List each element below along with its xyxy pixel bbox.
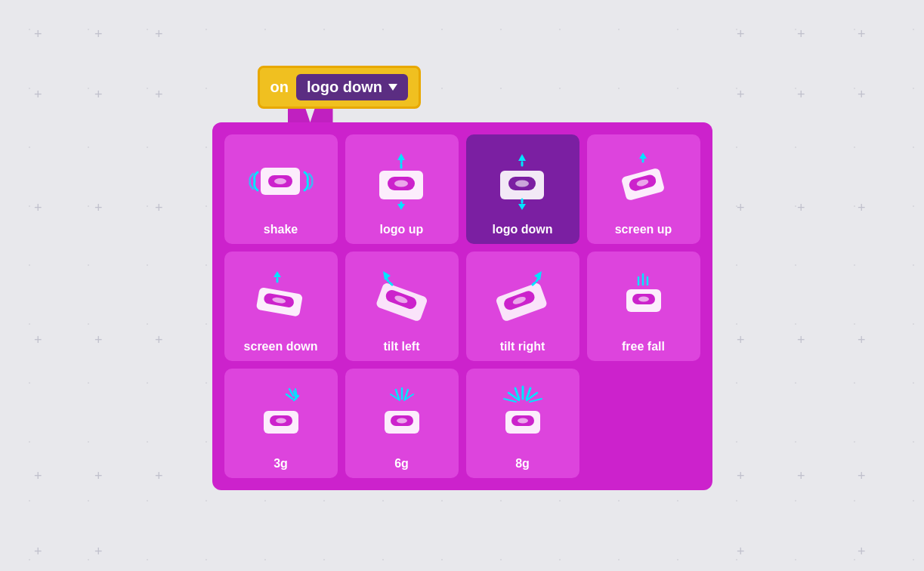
- grid-item-logo-up[interactable]: logo up: [345, 134, 459, 244]
- grid-item-6g[interactable]: 6g: [345, 369, 459, 478]
- bg-plus: +: [737, 332, 745, 348]
- svg-line-47: [286, 394, 292, 399]
- bg-plus: +: [34, 332, 42, 348]
- bg-plus: +: [94, 332, 103, 348]
- svg-line-66: [530, 399, 542, 402]
- bg-plus: +: [155, 200, 163, 216]
- bg-plus: +: [94, 26, 103, 42]
- grid-item-empty: [587, 369, 700, 478]
- 8g-icon: [472, 378, 573, 453]
- bg-plus: +: [34, 87, 42, 103]
- bg-plus: +: [797, 332, 805, 348]
- bg-plus: +: [34, 468, 42, 484]
- dropdown-label: logo down: [307, 79, 382, 96]
- bg-plus: +: [858, 26, 866, 42]
- grid-item-free-fall[interactable]: free fall: [587, 252, 700, 361]
- tilt-right-label: tilt right: [500, 339, 545, 353]
- grid-item-shake[interactable]: shake: [224, 134, 338, 244]
- tilt-left-label: tilt left: [384, 339, 420, 353]
- 6g-icon: [351, 378, 453, 453]
- bg-plus: +: [737, 544, 745, 560]
- shake-icon: [230, 144, 332, 219]
- free-fall-icon: [593, 261, 694, 336]
- svg-point-2: [274, 178, 286, 184]
- bg-plus: +: [34, 200, 42, 216]
- notch-connector: [288, 109, 333, 122]
- tilt-left-icon: [351, 261, 453, 336]
- 8g-label: 8g: [515, 456, 530, 471]
- main-container: on logo down: [212, 66, 712, 490]
- dropdown-button[interactable]: logo down: [296, 74, 408, 100]
- bg-plus: +: [34, 544, 42, 560]
- bg-plus: +: [737, 26, 745, 42]
- logo-down-icon: [472, 144, 573, 219]
- bg-plus: +: [94, 544, 103, 560]
- svg-line-45: [289, 389, 293, 396]
- screen-up-icon: [593, 144, 694, 219]
- bg-plus: +: [155, 87, 163, 103]
- svg-point-37: [638, 296, 649, 301]
- bg-plus: +: [155, 332, 163, 348]
- svg-marker-7: [397, 153, 405, 160]
- svg-point-5: [394, 180, 408, 187]
- on-label: on: [270, 79, 289, 96]
- bg-plus: +: [858, 468, 866, 484]
- grid-item-screen-down[interactable]: screen down: [224, 252, 338, 361]
- bg-plus: +: [737, 87, 745, 103]
- svg-line-65: [504, 399, 516, 402]
- svg-marker-26: [273, 271, 281, 277]
- bg-plus: +: [94, 468, 103, 484]
- svg-point-51: [397, 418, 407, 423]
- 3g-label: 3g: [273, 456, 288, 471]
- tilt-right-icon: [472, 261, 573, 336]
- bg-plus: +: [858, 332, 866, 348]
- screen-up-label: screen up: [615, 222, 672, 236]
- bg-plus: +: [94, 87, 103, 103]
- bg-plus: +: [737, 468, 745, 484]
- grid-item-3g[interactable]: 3g: [224, 369, 338, 478]
- grid-item-8g[interactable]: 8g: [466, 369, 579, 478]
- dropdown-arrow-icon: [388, 84, 397, 91]
- svg-point-43: [276, 418, 286, 423]
- bg-plus: +: [797, 26, 805, 42]
- bg-plus: +: [858, 544, 866, 560]
- bg-plus: +: [94, 200, 103, 216]
- grid-item-tilt-right[interactable]: tilt right: [466, 252, 579, 361]
- bg-plus: +: [155, 26, 163, 42]
- bg-plus: +: [797, 468, 805, 484]
- shake-label: shake: [264, 222, 298, 236]
- svg-point-12: [515, 180, 529, 187]
- bg-plus: +: [858, 87, 866, 103]
- gesture-grid-panel: shake logo up: [212, 122, 712, 490]
- bg-plus: +: [797, 87, 805, 103]
- svg-marker-16: [518, 204, 526, 210]
- 6g-label: 6g: [394, 456, 409, 471]
- grid-item-logo-down[interactable]: logo down: [466, 134, 579, 244]
- svg-point-59: [518, 418, 528, 423]
- logo-down-label: logo down: [493, 222, 553, 236]
- bg-plus: +: [34, 26, 42, 42]
- bg-plus: +: [155, 468, 163, 484]
- free-fall-label: free fall: [622, 339, 665, 353]
- bg-plus: +: [858, 200, 866, 216]
- 3g-icon: [230, 378, 332, 453]
- logo-up-label: logo up: [380, 222, 424, 236]
- svg-marker-21: [639, 153, 647, 159]
- screen-down-icon: [230, 261, 332, 336]
- svg-marker-9: [397, 204, 405, 210]
- grid-item-screen-up[interactable]: screen up: [587, 134, 700, 244]
- bg-plus: +: [737, 200, 745, 216]
- logo-up-icon: [351, 144, 453, 219]
- top-block[interactable]: on logo down: [258, 66, 421, 109]
- svg-marker-14: [518, 154, 526, 161]
- screen-down-label: screen down: [244, 339, 318, 353]
- grid-item-tilt-left[interactable]: tilt left: [345, 252, 459, 361]
- bg-plus: +: [797, 200, 805, 216]
